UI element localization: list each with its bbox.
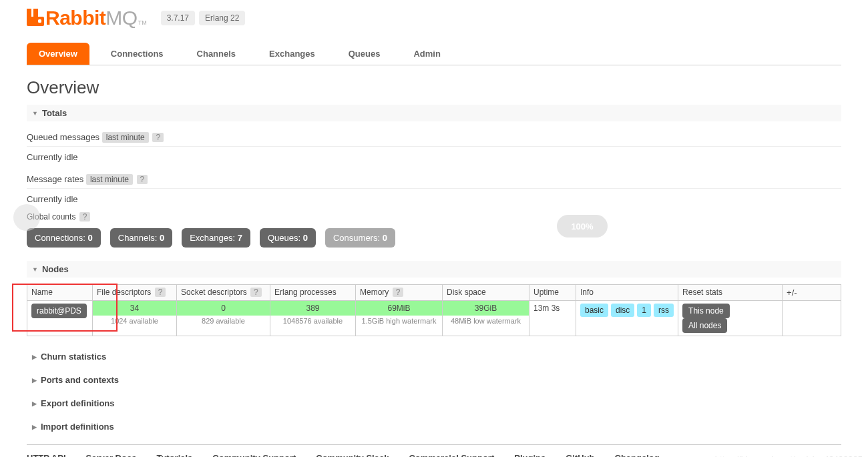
message-rates-row: Message rates last minute ? [27, 170, 841, 189]
logo-text-rabbit: Rabbit [45, 7, 105, 29]
node-name-badge[interactable]: rabbit@PDS [31, 304, 87, 318]
footer-link-http-api[interactable]: HTTP API [27, 453, 66, 457]
sd-sub: 829 available [177, 316, 270, 326]
help-icon[interactable]: ? [393, 288, 404, 297]
ep-value: 389 [270, 301, 355, 316]
rates-period-select[interactable]: last minute [86, 174, 133, 185]
section-title: Export definitions [41, 398, 115, 408]
logo-tm: TM [138, 19, 147, 26]
logo[interactable]: RabbitMQTM [27, 7, 147, 29]
exchanges-count-btn[interactable]: Exchanges: 7 [182, 228, 250, 248]
section-churn[interactable]: Churn statistics [27, 348, 841, 365]
queued-label: Queued messages [27, 132, 99, 142]
col-sd: Socket descriptors ? [177, 285, 270, 301]
section-title: Totals [42, 108, 67, 118]
section-export[interactable]: Export definitions [27, 395, 841, 412]
nodes-table: Name File descriptors ? Socket descripto… [27, 284, 841, 336]
section-title: Churn statistics [41, 352, 106, 362]
section-title: Import definitions [41, 422, 114, 432]
col-reset: Reset stats [678, 285, 783, 301]
fd-sub: 1024 available [93, 316, 176, 326]
footer-link-tutorials[interactable]: Tutorials [156, 453, 192, 457]
footer: HTTP API Server Docs Tutorials Community… [27, 444, 841, 457]
col-plusminus[interactable]: +/- [783, 285, 841, 301]
section-totals[interactable]: Totals [27, 105, 841, 121]
footer-link-community-support[interactable]: Community Support [212, 453, 296, 457]
help-icon[interactable]: ? [250, 288, 262, 297]
sd-value: 0 [177, 301, 270, 316]
mem-value: 69MiB [356, 301, 442, 316]
logo-text-mq: MQ [105, 7, 137, 29]
queued-period-select[interactable]: last minute [102, 132, 149, 143]
rabbitmq-icon [27, 9, 44, 26]
svg-rect-0 [27, 9, 31, 18]
consumers-count-btn[interactable]: Consumers: 0 [325, 228, 395, 248]
uptime-value: 13m 3s [529, 301, 576, 336]
info-badge-disc[interactable]: disc [611, 304, 634, 317]
tab-connections[interactable]: Connections [99, 43, 176, 65]
info-badge-basic[interactable]: basic [580, 304, 608, 317]
queued-messages-row: Queued messages last minute ? [27, 128, 841, 147]
reset-this-node-button[interactable]: This node [682, 304, 730, 318]
section-title: Nodes [42, 264, 69, 274]
disk-sub: 48MiB low watermark [443, 316, 529, 326]
fd-value: 34 [93, 301, 176, 316]
global-counts: Connections: 0 Channels: 0 Exchanges: 7 … [27, 228, 841, 248]
section-nodes[interactable]: Nodes [27, 261, 841, 278]
rates-idle: Currently idle [27, 194, 841, 204]
svg-rect-3 [38, 19, 41, 23]
tab-overview[interactable]: Overview [27, 43, 89, 65]
col-fd: File descriptors ? [93, 285, 177, 301]
erlang-version-badge: Erlang 22 [199, 11, 245, 25]
col-name: Name [27, 285, 93, 301]
help-icon[interactable]: ? [152, 133, 164, 142]
footer-link-changelog[interactable]: Changelog [615, 453, 660, 457]
section-import[interactable]: Import definitions [27, 418, 841, 435]
watermark-circle [13, 204, 40, 231]
disk-value: 39GiB [443, 301, 529, 316]
info-badge-1[interactable]: 1 [637, 304, 651, 317]
help-icon[interactable]: ? [155, 288, 166, 297]
help-icon[interactable]: ? [79, 212, 91, 221]
col-mem: Memory ? [356, 285, 443, 301]
footer-link-server-docs[interactable]: Server Docs [86, 453, 137, 457]
svg-rect-1 [33, 9, 38, 18]
page-title: Overview [27, 77, 841, 98]
global-counts-row: Global counts ? [27, 212, 841, 221]
footer-link-github[interactable]: GitHub [566, 453, 594, 457]
rates-label: Message rates [27, 174, 83, 184]
col-disk: Disk space [443, 285, 529, 301]
queued-idle: Currently idle [27, 152, 841, 162]
section-ports[interactable]: Ports and contexts [27, 372, 841, 388]
tab-exchanges[interactable]: Exchanges [257, 43, 327, 65]
footer-link-plugins[interactable]: Plugins [514, 453, 546, 457]
col-ep: Erlang processes [270, 285, 356, 301]
info-badge-rss[interactable]: rss [654, 304, 674, 317]
queues-count-btn[interactable]: Queues: 0 [260, 228, 316, 248]
header: RabbitMQTM 3.7.17 Erlang 22 [27, 7, 841, 29]
main-tabs: Overview Connections Channels Exchanges … [27, 43, 841, 65]
connections-count-btn[interactable]: Connections: 0 [27, 228, 101, 248]
section-title: Ports and contexts [41, 375, 119, 385]
tab-queues[interactable]: Queues [337, 43, 393, 65]
channels-count-btn[interactable]: Channels: 0 [110, 228, 172, 248]
tab-channels[interactable]: Channels [185, 43, 248, 65]
watermark-bubble: 100% [557, 215, 608, 238]
col-info: Info [576, 285, 678, 301]
footer-link-commercial-support[interactable]: Commercial Support [409, 453, 494, 457]
mem-sub: 1.5GiB high watermark [356, 316, 442, 326]
footer-link-community-slack[interactable]: Community Slack [316, 453, 389, 457]
ep-sub: 1048576 available [270, 316, 355, 326]
reset-all-nodes-button[interactable]: All nodes [682, 318, 727, 333]
svg-rect-2 [27, 17, 44, 26]
tab-admin[interactable]: Admin [401, 43, 452, 65]
table-row: rabbit@PDS 34 1024 available 0 829 avail… [27, 301, 841, 336]
col-uptime: Uptime [529, 285, 576, 301]
help-icon[interactable]: ? [137, 175, 148, 184]
server-version-badge: 3.7.17 [161, 11, 195, 25]
